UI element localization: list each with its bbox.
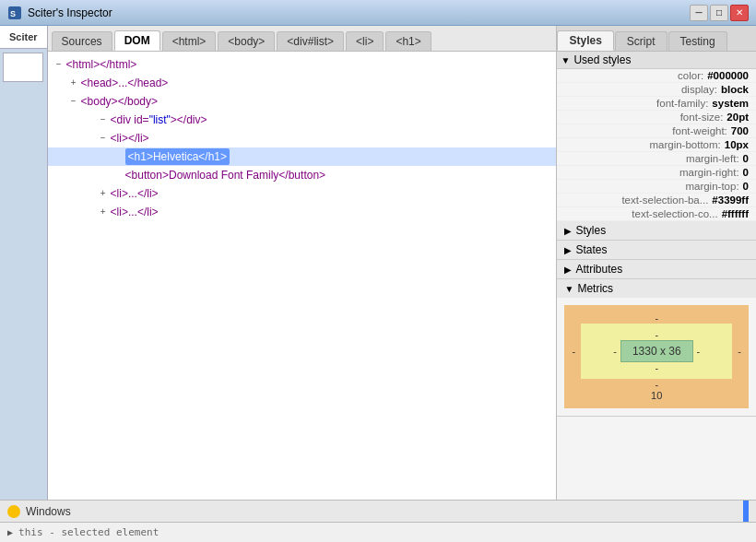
- main-container: Sciter Sources DOM <html> <body> <div#li…: [0, 26, 756, 500]
- style-name-margin-bottom: margin-bottom:: [601, 139, 721, 150]
- style-name-display: display:: [597, 84, 717, 95]
- style-row-margin-top: margin-top: 0: [557, 180, 756, 194]
- tab-divlist[interactable]: <div#list>: [277, 31, 344, 51]
- style-value-text-sel-bg: #3399ff: [712, 194, 749, 206]
- style-row-font-weight: font-weight: 700: [557, 124, 756, 138]
- expander-li2[interactable]: +: [96, 186, 111, 201]
- bottom-bar: Windows: [0, 500, 756, 522]
- li1-tag-text: <li></li>: [111, 130, 149, 147]
- expander-html[interactable]: −: [52, 57, 66, 72]
- tab-styles[interactable]: Styles: [557, 30, 613, 51]
- svg-text:S: S: [10, 9, 16, 18]
- h1-tag-highlighted: <h1>Helvetica</h1>: [125, 148, 230, 165]
- dom-tree[interactable]: − <html></html> + <head>...</head> − <bo…: [48, 52, 557, 500]
- tree-row-li3[interactable]: + <li>...</li>: [48, 203, 557, 221]
- status-text: this - selected element: [18, 526, 159, 538]
- tab-body[interactable]: <body>: [218, 31, 275, 51]
- style-value-margin-left: 0: [743, 153, 749, 164]
- styles-panel[interactable]: ▼ Used styles color: #000000 display: bl…: [557, 52, 756, 500]
- tab-h1[interactable]: <h1>: [385, 31, 431, 51]
- style-row-margin-left: margin-left: 0: [557, 152, 756, 166]
- bottom-bar-indicator: [743, 501, 749, 522]
- metrics-inner-row: - 1330 x 36 -: [613, 340, 700, 362]
- maximize-button[interactable]: □: [710, 5, 728, 21]
- used-styles-label: Used styles: [573, 53, 631, 66]
- collapsible-attributes-label: Attributes: [575, 263, 622, 276]
- li3-tag-text: <li>...</li>: [111, 204, 159, 220]
- metrics-right-dash-outer: -: [738, 346, 741, 357]
- tree-row-html[interactable]: − <html></html>: [48, 55, 557, 74]
- style-value-margin-top: 0: [743, 181, 749, 192]
- style-value-font-family: system: [712, 98, 749, 109]
- style-row-text-sel-bg: text-selection-ba... #3399ff: [557, 194, 756, 207]
- close-button[interactable]: ✕: [730, 5, 749, 21]
- collapsible-states-label: States: [575, 243, 607, 256]
- metrics-section-content: - - - - 1330 x 36: [557, 298, 756, 416]
- expander-body[interactable]: −: [66, 94, 81, 109]
- states-triangle-icon: ▶: [564, 245, 572, 255]
- collapsible-styles-label: Styles: [575, 224, 606, 237]
- metrics-inner-box: 1330 x 36: [620, 340, 693, 362]
- html-tag-text: <html></html>: [66, 56, 137, 73]
- title-bar-buttons: ─ □ ✕: [690, 5, 749, 21]
- metrics-triangle-icon: ▼: [564, 284, 573, 294]
- tree-row-li1[interactable]: − <li></li>: [48, 129, 557, 147]
- li2-tag-text: <li>...</li>: [111, 185, 159, 202]
- style-row-font-size: font-size: 20pt: [557, 111, 756, 124]
- metrics-left-dash-outer: -: [572, 346, 575, 357]
- tab-dom[interactable]: DOM: [114, 30, 160, 51]
- tree-row-h1[interactable]: <h1>Helvetica</h1>: [48, 147, 557, 166]
- collapsible-metrics: ▼ Metrics - - -: [557, 279, 756, 417]
- used-styles-header[interactable]: ▼ Used styles: [557, 52, 756, 69]
- left-panel: Sources DOM <html> <body> <div#list> <li…: [48, 26, 558, 500]
- tab-sources[interactable]: Sources: [52, 31, 112, 51]
- metrics-inner-size: 1330 x 36: [632, 345, 681, 358]
- style-value-margin-bottom: 10px: [725, 139, 749, 150]
- tab-script[interactable]: Script: [615, 31, 667, 51]
- expander-head[interactable]: +: [66, 76, 81, 90]
- collapsible-metrics-header[interactable]: ▼ Metrics: [557, 279, 756, 298]
- style-value-font-size: 20pt: [726, 112, 749, 123]
- title-bar-title: Sciter's Inspector: [28, 6, 690, 19]
- collapsible-states: ▶ States: [557, 241, 756, 260]
- right-panel: Styles Script Testing ▼ Used styles colo…: [557, 26, 756, 500]
- tree-row-div[interactable]: − <div id="list"></div>: [48, 111, 557, 129]
- used-styles-triangle: ▼: [561, 55, 570, 65]
- sidebar-tab-sciter[interactable]: Sciter: [0, 26, 47, 49]
- head-tag-text: <head>...</head>: [81, 75, 169, 91]
- expander-li1[interactable]: −: [96, 131, 111, 146]
- style-row-color: color: #000000: [557, 69, 756, 83]
- metrics-outer-box: - - - - 1330 x 36: [564, 305, 749, 408]
- style-value-color: #000000: [707, 70, 749, 81]
- style-name-font-weight: font-weight:: [608, 125, 727, 136]
- collapsible-styles: ▶ Styles: [557, 221, 756, 241]
- metrics-bottom-dash: -: [655, 379, 658, 390]
- minimize-button[interactable]: ─: [690, 5, 708, 21]
- collapsible-attributes: ▶ Attributes: [557, 260, 756, 279]
- tree-row-button[interactable]: <button>Download Font Family</button>: [48, 166, 557, 184]
- collapsible-styles-header[interactable]: ▶ Styles: [557, 221, 756, 240]
- tree-row-head[interactable]: + <head>...</head>: [48, 74, 557, 92]
- collapsible-states-header[interactable]: ▶ States: [557, 241, 756, 259]
- tab-li[interactable]: <li>: [346, 31, 384, 51]
- body-tag-text: <body></body>: [81, 93, 158, 110]
- style-row-text-sel-co: text-selection-co... #ffffff: [557, 207, 756, 221]
- metrics-bottom-dash-inner: -: [655, 362, 658, 373]
- tree-row-li2[interactable]: + <li>...</li>: [48, 184, 557, 203]
- styles-triangle-icon: ▶: [564, 226, 572, 236]
- tab-html[interactable]: <html>: [162, 31, 217, 51]
- bottom-bar-text: Windows: [26, 505, 71, 518]
- collapsible-attributes-header[interactable]: ▶ Attributes: [557, 260, 756, 278]
- expander-div[interactable]: −: [96, 112, 111, 127]
- tab-testing[interactable]: Testing: [668, 31, 727, 51]
- style-name-margin-left: margin-left:: [620, 153, 739, 164]
- right-tabs: Styles Script Testing: [557, 26, 756, 52]
- style-name-text-sel-bg: text-selection-ba...: [588, 194, 708, 206]
- metrics-right-dash-inner: -: [697, 346, 701, 357]
- metrics-middle-box: - - 1330 x 36 - -: [581, 324, 732, 379]
- title-bar: S Sciter's Inspector ─ □ ✕: [0, 0, 756, 26]
- tree-row-body[interactable]: − <body></body>: [48, 92, 557, 111]
- style-row-display: display: block: [557, 83, 756, 97]
- style-name-text-sel-co: text-selection-co...: [598, 208, 718, 219]
- expander-li3[interactable]: +: [96, 205, 111, 219]
